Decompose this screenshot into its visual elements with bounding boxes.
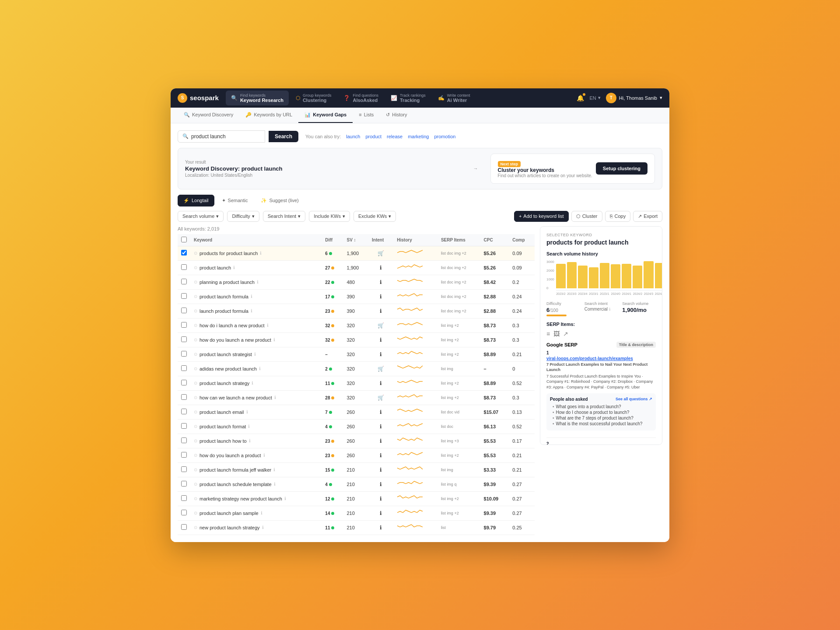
- keyword-cell: ⊙ product launch ℹ: [190, 260, 322, 275]
- notifications-button[interactable]: 🔔: [577, 94, 584, 102]
- search-volume-stat: Search volume 1,900/mo: [622, 301, 656, 316]
- filter-search-intent[interactable]: Search Intent ▾: [263, 211, 305, 222]
- top-nav: S seospark 🔍 Find keywords Keyword Resea…: [171, 88, 669, 108]
- keyword-cell: ⊙ product launch how to ℹ: [190, 434, 322, 448]
- history-cell: [393, 275, 438, 289]
- keyword-cell: ⊙ product launch plan sample ℹ: [190, 506, 322, 520]
- comp-cell: 0.24: [509, 304, 535, 318]
- row-checkbox-14[interactable]: [181, 452, 187, 458]
- kw-source-icon: ⊙: [194, 395, 197, 400]
- row-checkbox-11[interactable]: [181, 409, 187, 414]
- longtail-icon: ⚡: [183, 198, 189, 203]
- copy-button[interactable]: ⎘ Copy: [605, 211, 631, 222]
- sec-nav-keyword-discovery[interactable]: 🔍 Keyword Discovery: [178, 107, 239, 123]
- row-checkbox-17[interactable]: [181, 495, 187, 501]
- kw-source-icon: ⊙: [194, 337, 197, 342]
- col-diff: Diff: [322, 234, 343, 246]
- search-input[interactable]: [191, 133, 260, 140]
- serp-items-cell: list img +2: [438, 506, 480, 520]
- notification-dot: [583, 93, 585, 96]
- keyword-info-icon: ℹ: [263, 453, 265, 458]
- sv-cell: 320: [343, 332, 368, 347]
- keyword-cell: ⊙ launch product formula ℹ: [190, 304, 322, 318]
- row-checkbox-3[interactable]: [181, 293, 187, 299]
- suggestion-marketing[interactable]: marketing: [408, 134, 429, 139]
- search-button[interactable]: Search: [269, 131, 298, 142]
- row-checkbox-12[interactable]: [181, 423, 187, 429]
- col-sv[interactable]: SV ↕: [343, 234, 368, 246]
- nav-tool-ai-writer[interactable]: ✍️ Write content Ai Writer: [433, 91, 476, 105]
- filter-search-volume[interactable]: Search volume ▾: [178, 211, 224, 222]
- select-all-checkbox[interactable]: [181, 237, 187, 242]
- sec-nav-keyword-gaps[interactable]: 📊 Keyword Gaps: [298, 107, 353, 123]
- sv-cell: 390: [343, 289, 368, 304]
- sv-cell: 260: [343, 405, 368, 419]
- suggestion-product[interactable]: product: [365, 134, 382, 139]
- see-all-questions-link[interactable]: See all questions ↗: [616, 397, 652, 402]
- filter-difficulty[interactable]: Difficulty ▾: [227, 211, 259, 222]
- row-checkbox-10[interactable]: [181, 394, 187, 400]
- row-checkbox-13[interactable]: [181, 438, 187, 443]
- suggestion-release[interactable]: release: [387, 134, 402, 139]
- row-checkbox-0[interactable]: [181, 250, 187, 256]
- row-checkbox-6[interactable]: [181, 336, 187, 342]
- diff-cell: 11: [322, 376, 343, 390]
- kw-source-icon: ⊙: [194, 496, 197, 501]
- row-checkbox-8[interactable]: [181, 365, 187, 371]
- table-row: ⊙ planning a product launch ℹ 22 480 ℹ l…: [178, 275, 535, 289]
- keyword-info-icon: ℹ: [248, 424, 250, 429]
- keyword-text: product launch format: [200, 424, 246, 429]
- filter-intent-chevron: ▾: [298, 214, 301, 219]
- row-checkbox-19[interactable]: [181, 524, 187, 530]
- language-selector[interactable]: EN ▾: [589, 95, 600, 101]
- sec-nav-keywords-by-url[interactable]: 🔑 Keywords by URL: [239, 107, 298, 123]
- table-row: ⊙ product launch strategist ℹ – 320 ℹ li…: [178, 347, 535, 361]
- row-checkbox-5[interactable]: [181, 322, 187, 328]
- nav-tool-also-asked[interactable]: ❓ Find questions AlsoAsked: [338, 91, 384, 105]
- filter-exclude-kws[interactable]: Exclude KWs ▾: [354, 211, 396, 222]
- result-info: Your result Keyword Discovery: product l…: [185, 160, 461, 178]
- diff-cell: 23: [322, 448, 343, 462]
- serp-url-1[interactable]: viral-loops.com/product-launch/examples: [546, 356, 656, 361]
- user-menu[interactable]: T Hi, Thomas Sanib ▾: [606, 93, 662, 103]
- tab-semantic[interactable]: ✦ Semantic: [216, 195, 254, 206]
- row-checkbox-9[interactable]: [181, 380, 187, 385]
- row-checkbox-4[interactable]: [181, 308, 187, 313]
- diff-cell: 23: [322, 434, 343, 448]
- chart-bars: [556, 260, 662, 290]
- row-checkbox-1[interactable]: [181, 264, 187, 270]
- export-button[interactable]: ↗ Export: [633, 211, 662, 222]
- table-row: ⊙ product launch schedule template ℹ 4 2…: [178, 477, 535, 491]
- sec-nav-lists[interactable]: ≡ Lists: [353, 107, 380, 123]
- nav-tool-keyword-research[interactable]: 🔍 Find keywords Keyword Research: [226, 91, 289, 105]
- comp-cell: 0: [509, 361, 535, 376]
- row-checkbox-2[interactable]: [181, 279, 187, 284]
- stats-row: Difficulty 6/100 Search intent Commercia…: [546, 301, 656, 316]
- setup-clustering-button[interactable]: Setup clustering: [596, 162, 648, 175]
- nav-tool-tracking[interactable]: 📈 Track rankings Tracking: [385, 91, 431, 105]
- tab-longtail[interactable]: ⚡ Longtail: [178, 195, 214, 206]
- search-icon: 🔍: [182, 133, 189, 139]
- sv-cell: 1,900: [343, 260, 368, 275]
- diff-dot: [329, 411, 332, 414]
- row-checkbox-18[interactable]: [181, 510, 187, 515]
- filter-include-kws[interactable]: Include KWs ▾: [309, 211, 350, 222]
- next-step-wrap: Next step Cluster your keywords Find out…: [490, 154, 655, 184]
- cluster-button[interactable]: ⬡ Cluster: [571, 211, 602, 222]
- comp-cell: 0.27: [509, 477, 535, 491]
- row-checkbox-7[interactable]: [181, 351, 187, 357]
- sec-nav-history[interactable]: ↺ History: [380, 107, 413, 123]
- table-row: ⊙ adidas new product launch ℹ 2 320 🛒 li…: [178, 361, 535, 376]
- keyword-count: All keywords: 2,019: [178, 226, 535, 231]
- keyword-info-icon: ℹ: [273, 337, 275, 342]
- keyword-info-icon: ℹ: [274, 395, 276, 400]
- tab-suggest[interactable]: ✨ Suggest (live): [255, 195, 304, 206]
- nav-tool-clustering[interactable]: ⬡ Group keywords Clustering: [290, 91, 337, 105]
- row-checkbox-15[interactable]: [181, 466, 187, 472]
- your-result-label: Your result: [185, 160, 461, 164]
- kw-source-icon: ⊙: [194, 294, 197, 299]
- suggestion-promotion[interactable]: promotion: [434, 134, 455, 139]
- row-checkbox-16[interactable]: [181, 481, 187, 486]
- suggestion-launch[interactable]: launch: [346, 134, 360, 139]
- add-to-keyword-list-button[interactable]: + Add to keyword list: [514, 211, 569, 222]
